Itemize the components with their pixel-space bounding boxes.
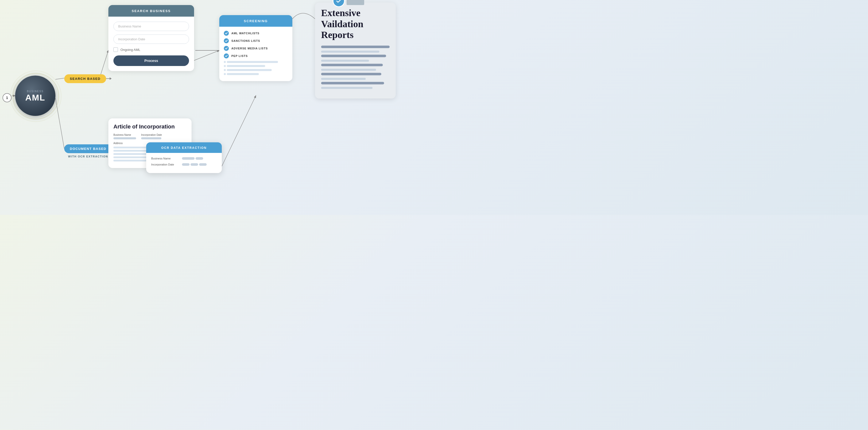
ocr-incorp-bars xyxy=(182,163,217,166)
incorporation-date-input[interactable]: Incorporation Date xyxy=(114,34,189,44)
ongoing-aml-row: Ongoing AML xyxy=(114,47,189,52)
screening-ph-1 xyxy=(227,61,278,63)
search-based-badge: SEARCH BASED xyxy=(64,74,106,83)
ongoing-aml-checkbox[interactable] xyxy=(114,47,118,52)
screening-item-pep: PEP LISTS xyxy=(224,54,288,59)
report-line-9 xyxy=(321,82,384,85)
report-line-1 xyxy=(321,45,390,48)
screening-ph-2 xyxy=(227,65,265,67)
check-circle-pep xyxy=(224,54,229,59)
ocr-body: Business Name Incorporation Date xyxy=(146,153,222,173)
check-circle-aml xyxy=(224,31,229,36)
article-field-incorp: Incorporation Date xyxy=(141,133,162,139)
screening-item-adverse: ADVERSE MEDIA LISTS xyxy=(224,46,288,51)
report-line-6 xyxy=(321,69,376,71)
business-name-field-bar xyxy=(114,137,136,139)
screening-dot-2 xyxy=(224,65,226,67)
screening-text-pep: PEP LISTS xyxy=(231,55,248,58)
search-business-header: SEARCH BUSINESS xyxy=(108,5,194,16)
ocr-bar-3 xyxy=(182,163,189,166)
ocr-bar-4 xyxy=(190,163,198,166)
svg-line-2 xyxy=(99,51,108,78)
validation-title: Extensive Vaildation Reports xyxy=(321,7,390,40)
ocr-row-business: Business Name xyxy=(151,157,217,160)
business-name-input[interactable]: Business Name xyxy=(114,22,189,31)
validation-reports-card: Extensive Vaildation Reports xyxy=(315,2,396,99)
report-line-8 xyxy=(321,78,366,80)
screening-dot-4 xyxy=(224,73,226,75)
svg-line-1 xyxy=(56,78,64,79)
report-line-3 xyxy=(321,55,386,57)
ocr-business-bars xyxy=(182,157,217,160)
business-label: BUSINESS xyxy=(27,90,44,93)
search-business-card: SEARCH BUSINESS Business Name Incorporat… xyxy=(108,5,194,71)
screening-placeholder-row-2 xyxy=(224,65,288,67)
with-ocr-label: WITH OCR EXTRACTION xyxy=(68,155,108,158)
screening-card: SCREENING AML WATCHLISTS SANCTIONS LISTS… xyxy=(219,15,292,81)
business-aml-circle: BUSINESS AML xyxy=(15,75,56,116)
ocr-incorp-label: Incorporation Date xyxy=(151,163,179,166)
document-based-badge: DOCUMENT BASED xyxy=(64,144,112,153)
report-line-2 xyxy=(321,51,379,53)
ocr-row-incorp: Incorporation Date xyxy=(151,163,217,166)
report-line-7 xyxy=(321,73,381,75)
screening-ph-3 xyxy=(227,69,272,71)
svg-line-5 xyxy=(194,51,219,61)
screening-text-sanctions: SANCTIONS LISTS xyxy=(231,39,260,42)
search-business-body: Business Name Incorporation Date Ongoing… xyxy=(108,16,194,71)
article-title: Article of Incorporation xyxy=(114,124,186,130)
report-line-4 xyxy=(321,60,369,62)
screening-item-sanctions: SANCTIONS LISTS xyxy=(224,38,288,43)
screening-ph-4 xyxy=(227,73,259,75)
svg-line-6 xyxy=(222,96,256,166)
screening-dot-3 xyxy=(224,69,226,71)
screening-body: AML WATCHLISTS SANCTIONS LISTS ADVERSE M… xyxy=(219,27,292,81)
report-line-5 xyxy=(321,64,383,66)
screening-text-aml: AML WATCHLISTS xyxy=(231,32,259,35)
ongoing-aml-label: Ongoing AML xyxy=(121,48,141,52)
incorp-date-field-label: Incorporation Date xyxy=(141,133,162,136)
ocr-business-label: Business Name xyxy=(151,157,179,160)
ocr-bar-5 xyxy=(199,163,207,166)
article-field-business: Business Name xyxy=(114,133,136,139)
screening-placeholder-row-1 xyxy=(224,61,288,63)
ocr-header: OCR DATA EXTRACTION xyxy=(146,142,222,153)
aml-label: AML xyxy=(25,93,45,102)
clipboard-clip xyxy=(346,0,364,5)
check-circle-sanctions xyxy=(224,38,229,43)
check-circle-adverse xyxy=(224,46,229,51)
process-button[interactable]: Process xyxy=(114,56,189,66)
screening-placeholder-row-3 xyxy=(224,69,288,71)
article-fields-row: Business Name Incorporation Date xyxy=(114,133,186,139)
screening-placeholder-row-4 xyxy=(224,73,288,75)
screening-header: SCREENING xyxy=(219,15,292,27)
ocr-bar-2 xyxy=(195,157,203,160)
screening-item-aml: AML WATCHLISTS xyxy=(224,31,288,36)
ocr-data-extraction-card: OCR DATA EXTRACTION Business Name Incorp… xyxy=(146,142,222,173)
business-name-field-label: Business Name xyxy=(114,133,136,136)
incorp-date-field-bar xyxy=(141,137,161,139)
screening-dot-1 xyxy=(224,61,226,63)
report-line-10 xyxy=(321,87,372,89)
ocr-bar-1 xyxy=(182,157,194,160)
screening-text-adverse: ADVERSE MEDIA LISTS xyxy=(231,47,268,50)
